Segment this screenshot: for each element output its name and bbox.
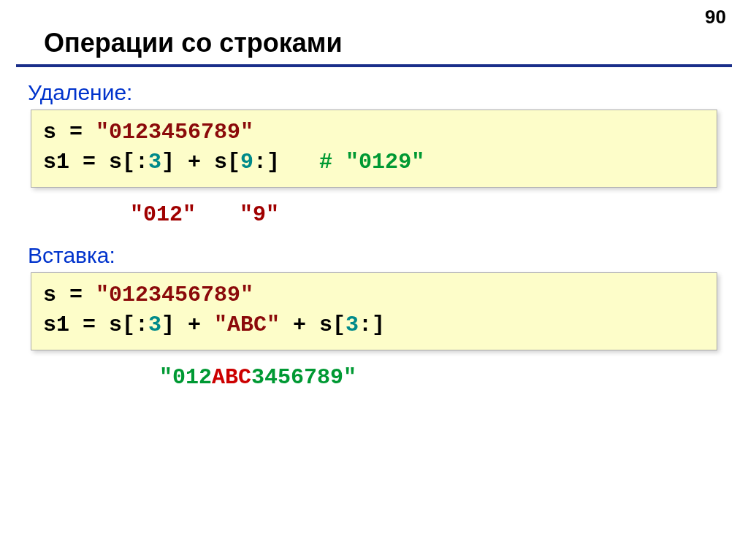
annotation-part: "012 [159, 365, 212, 390]
code-number: 3 [346, 312, 359, 337]
code-number: 3 [148, 150, 161, 174]
slide-title: Операции со строками [16, 0, 732, 67]
code-number: 3 [148, 312, 161, 337]
page-number: 90 [705, 6, 726, 28]
insertion-code-line-1: s = "0123456789" [43, 280, 705, 310]
code-text: ] + s[ [161, 150, 240, 174]
code-text: s = [43, 120, 96, 145]
insertion-code-line-2: s1 = s[:3] + "ABC" + s[3:] [43, 310, 705, 340]
code-text: s1 = s[: [43, 150, 148, 174]
insertion-code-box: s = "0123456789" s1 = s[:3] + "ABC" + s[… [31, 272, 717, 350]
code-string: "0123456789" [96, 120, 253, 145]
deletion-annotation: "012""9" [28, 196, 720, 243]
code-number: 9 [240, 150, 253, 174]
annotation-part: 3456789" [251, 365, 356, 390]
code-comment: # "0129" [319, 150, 424, 174]
code-text: ] + [161, 312, 214, 337]
code-text: + s[ [280, 312, 346, 337]
deletion-code-line-1: s = "0123456789" [43, 118, 705, 147]
code-string: "0123456789" [96, 283, 253, 307]
code-text: s = [43, 283, 96, 307]
code-text: :] [253, 150, 319, 174]
code-text: :] [359, 312, 385, 337]
deletion-label: Удаление [28, 80, 720, 105]
deletion-code-box: s = "0123456789" s1 = s[:3] + s[9:] # "0… [31, 110, 717, 188]
code-string: "ABC" [214, 312, 280, 337]
annotation-part: ABC [212, 365, 251, 390]
code-text: s1 = s[: [43, 312, 148, 337]
insertion-label: Вставка [28, 243, 720, 268]
annotation-part: "012" [130, 202, 196, 227]
deletion-code-line-2: s1 = s[:3] + s[9:] # "0129" [43, 147, 705, 177]
annotation-part: "9" [240, 202, 279, 227]
slide-content: Удаление s = "0123456789" s1 = s[:3] + s… [0, 80, 748, 406]
insertion-annotation: "012ABC3456789" [28, 359, 720, 406]
